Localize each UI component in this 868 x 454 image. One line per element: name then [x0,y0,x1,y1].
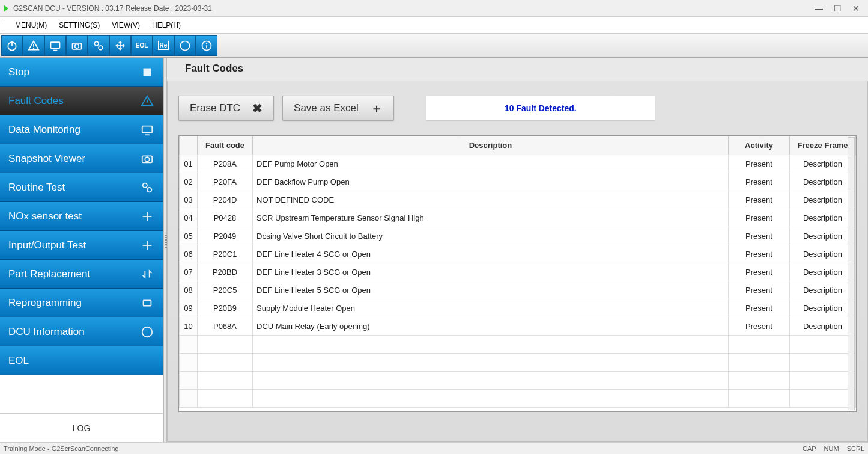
menu-setting[interactable]: SETTING(S) [53,19,106,32]
monitor-icon [140,123,154,137]
sidebar-item-eol[interactable]: EOL [0,346,163,375]
toolbar: EOL Re [0,34,868,58]
ecu-icon[interactable] [174,35,196,56]
table-row[interactable]: 06P20C1DEF Line Heater 4 SCG or OpenPres… [180,245,856,263]
table-row[interactable]: 03P204DNOT DEFINED CODEPresentDescriptio… [180,191,856,209]
table-row[interactable]: 02P20FADEF Backflow Pump OpenPresentDesc… [180,173,856,191]
sidebar-item-label: EOL [8,355,29,367]
cell-freeze-frame[interactable]: Description [790,173,856,191]
sidebar-item-label: Part Replacement [8,268,90,280]
svg-point-7 [75,44,79,48]
cell-freeze-frame[interactable]: Description [790,317,856,336]
table-row-empty [180,336,856,354]
vertical-scrollbar[interactable] [848,137,855,410]
status-num: NUM [824,445,839,452]
re-icon[interactable]: Re [153,35,174,56]
fault-status: 10 Fault Detected. [426,96,655,120]
cell-desc: DEF Backflow Pump Open [253,173,729,191]
window-title: G2SCAN DCU - VERSION : 03.17 Release Dat… [13,4,815,13]
sidebar-item-fault-codes[interactable]: Fault Codes [0,87,163,115]
table-row[interactable]: 10P068ADCU Main Relay (Early opening)Pre… [180,317,856,336]
sidebar-item-label: Reprogramming [8,297,82,309]
sidebar-item-input-output-test[interactable]: Input/Output Test [0,231,163,260]
cell-desc: DEF Line Heater 5 SCG or Open [253,281,729,299]
table-row-empty [180,390,856,408]
gears-icon [140,180,154,195]
cell-freeze-frame[interactable]: Description [790,281,856,299]
menu-menu[interactable]: MENU(M) [9,19,53,32]
cell-freeze-frame[interactable]: Description [790,263,856,281]
cell-freeze-frame[interactable]: Description [790,155,856,173]
cell-activity: Present [729,245,790,263]
cell-freeze-frame[interactable]: Description [790,245,856,263]
svg-rect-18 [142,126,153,132]
table-row[interactable]: 09P20B9Supply Module Heater OpenPresentD… [180,299,856,317]
sidebar-item-part-replacement[interactable]: Part Replacement [0,260,163,289]
cell-activity: Present [729,173,790,191]
camera-icon[interactable] [66,35,88,56]
sidebar-item-reprogramming[interactable]: Reprogramming [0,289,163,317]
cell-code: P20C5 [198,281,253,299]
svg-rect-28 [144,300,151,305]
power-icon[interactable] [1,35,23,56]
info-icon[interactable] [196,35,217,56]
sidebar-item-data-monitoring[interactable]: Data Monitoring [0,115,163,144]
col-index[interactable] [180,136,198,155]
cell-freeze-frame[interactable]: Description [790,191,856,209]
minimize-button[interactable]: — [815,4,823,13]
sidebar-item-label: NOx sensor test [8,210,82,222]
svg-point-22 [143,183,147,187]
stop-icon [140,65,154,79]
sidebar-item-stop[interactable]: Stop [0,58,163,87]
content: Fault Codes Erase DTC ✖ Save as Excel ＋ … [167,58,868,442]
svg-rect-4 [51,42,60,48]
warning-icon [140,94,154,108]
cell-code: P20B9 [198,299,253,317]
cell-freeze-frame[interactable]: Description [790,227,856,245]
col-fault-code[interactable]: Fault code [198,136,253,155]
cell-index: 10 [180,317,198,336]
cell-desc: Supply Module Heater Open [253,299,729,317]
cell-code: P068A [198,317,253,336]
sidebar-item-dcu-information[interactable]: DCU Information [0,317,163,346]
col-activity[interactable]: Activity [729,136,790,155]
cell-freeze-frame[interactable]: Description [790,299,856,317]
arrows-icon[interactable] [109,35,131,56]
maximize-button[interactable]: ☐ [834,4,842,13]
sidebar-item-label: Data Monitoring [8,124,80,136]
cell-activity: Present [729,299,790,317]
warning-icon[interactable] [23,35,44,56]
table-row[interactable]: 07P20BDDEF Line Heater 3 SCG or OpenPres… [180,263,856,281]
sidebar-item-snapshot-viewer[interactable]: Snapshot Viewer [0,144,163,173]
cell-index: 04 [180,209,198,227]
cell-desc: DCU Main Relay (Early opening) [253,317,729,336]
cell-freeze-frame[interactable]: Description [790,209,856,227]
close-button[interactable]: ✕ [852,4,860,13]
col-freeze-frame[interactable]: Freeze Frame [790,136,856,155]
table-row-empty [180,372,856,390]
sidebar-item-label: Stop [8,66,29,78]
table-row[interactable]: 08P20C5DEF Line Heater 5 SCG or OpenPres… [180,281,856,299]
cell-desc: DEF Line Heater 3 SCG or Open [253,263,729,281]
menu-help[interactable]: HELP(H) [146,19,187,32]
sidebar-item-nox-sensor-test[interactable]: NOx sensor test [0,202,163,231]
monitor-icon[interactable] [44,35,66,56]
table-row[interactable]: 04P0428SCR Upstream Temperature Sensor S… [180,209,856,227]
log-button[interactable]: LOG [0,413,163,442]
eol-icon[interactable]: EOL [131,35,153,56]
menu-view[interactable]: VIEW(V) [106,19,146,32]
table-row[interactable]: 05P2049Dosing Valve Short Circuit to Bat… [180,227,856,245]
cell-code: P20BD [198,263,253,281]
cell-activity: Present [729,191,790,209]
arrows-icon [140,238,154,253]
statusbar: Training Mode - G2ScrScanConnecting CAP … [0,442,868,454]
save-excel-button[interactable]: Save as Excel ＋ [282,96,394,121]
cell-activity: Present [729,281,790,299]
erase-dtc-button[interactable]: Erase DTC ✖ [178,96,274,121]
cell-activity: Present [729,227,790,245]
gears-icon[interactable] [88,35,109,56]
status-cap: CAP [803,445,816,452]
table-row[interactable]: 01P208ADEF Pump Motor OpenPresentDescrip… [180,155,856,173]
col-description[interactable]: Description [253,136,729,155]
sidebar-item-routine-test[interactable]: Routine Test [0,173,163,202]
